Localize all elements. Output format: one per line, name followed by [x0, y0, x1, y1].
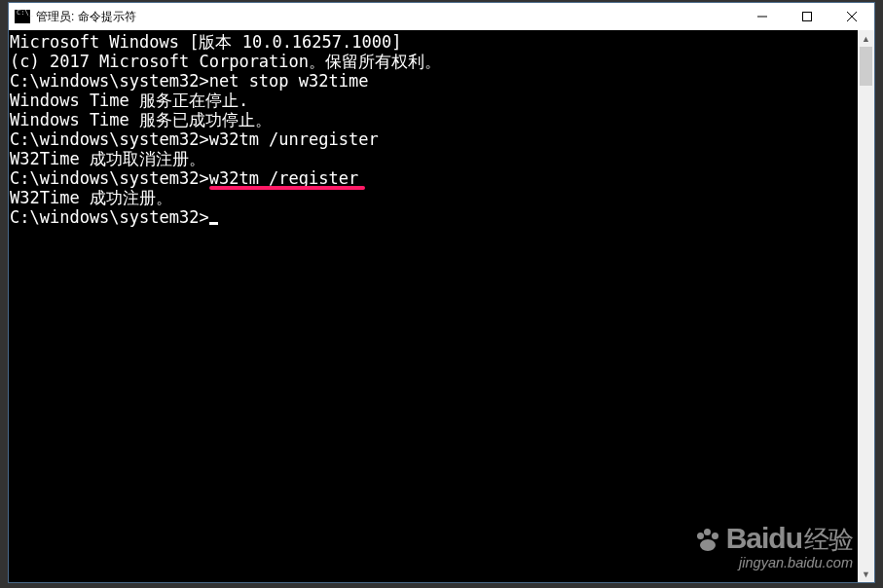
cmd-icon	[15, 10, 30, 23]
window-title: 管理员: 命令提示符	[36, 9, 136, 25]
terminal-line: C:\windows\system32>w32tm /register	[10, 168, 858, 188]
command-prompt-window: 管理员: 命令提示符 Microsoft Windows [版本 10.0.16…	[8, 2, 875, 583]
cursor	[209, 222, 218, 225]
scroll-down-icon[interactable]: ▼	[858, 566, 874, 582]
minimize-button[interactable]	[740, 3, 785, 30]
terminal-line: C:\windows\system32>net stop w32time	[10, 71, 858, 91]
terminal-line: C:\windows\system32>	[10, 207, 858, 227]
terminal-line: Windows Time 服务正在停止.	[10, 91, 858, 110]
terminal-line: Windows Time 服务已成功停止。	[10, 110, 858, 129]
svg-rect-1	[803, 13, 812, 21]
terminal-line: Microsoft Windows [版本 10.0.16257.1000]	[10, 32, 858, 52]
terminal-line: W32Time 成功注册。	[10, 188, 858, 207]
client-area: Microsoft Windows [版本 10.0.16257.1000](c…	[9, 30, 874, 582]
maximize-button[interactable]	[785, 3, 829, 30]
scroll-up-icon[interactable]: ▲	[858, 30, 874, 47]
terminal-line: (c) 2017 Microsoft Corporation。保留所有权利。	[10, 52, 858, 71]
close-button[interactable]	[829, 3, 874, 30]
scroll-thumb[interactable]	[860, 47, 872, 86]
terminal-output[interactable]: Microsoft Windows [版本 10.0.16257.1000](c…	[9, 30, 858, 582]
terminal-line: C:\windows\system32>w32tm /unregister	[10, 129, 858, 149]
highlight-underline	[209, 186, 365, 190]
terminal-line: W32Time 成功取消注册。	[10, 149, 858, 168]
title-bar[interactable]: 管理员: 命令提示符	[9, 3, 874, 30]
vertical-scrollbar[interactable]: ▲ ▼	[858, 30, 874, 582]
